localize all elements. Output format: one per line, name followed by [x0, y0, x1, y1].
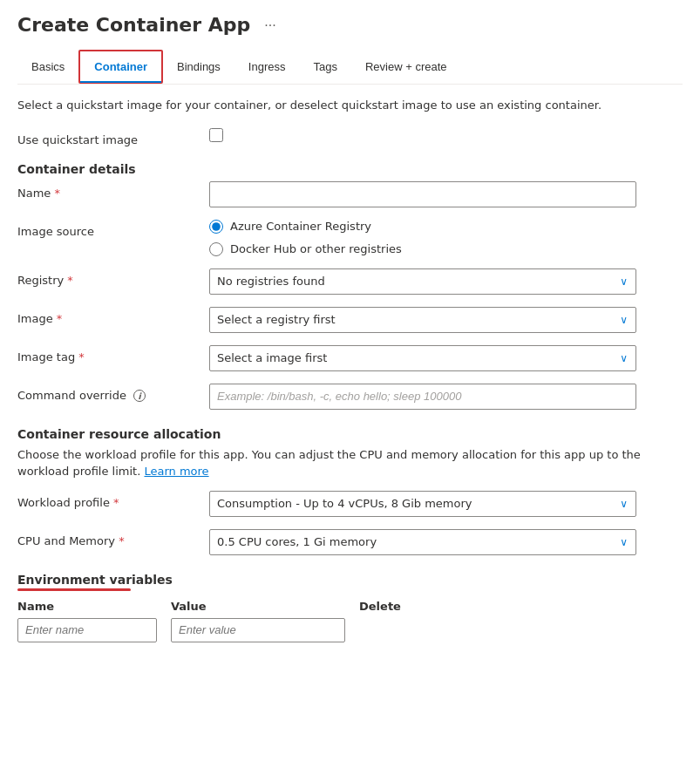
- quickstart-label: Use quickstart image: [17, 128, 209, 146]
- registry-select[interactable]: No registries found ∨: [209, 268, 636, 295]
- page-title: Create Container App: [17, 14, 250, 36]
- tab-container[interactable]: Container: [78, 50, 163, 84]
- name-label: Name *: [17, 181, 209, 200]
- cpu-memory-select[interactable]: 0.5 CPU cores, 1 Gi memory ∨: [209, 529, 636, 555]
- registry-value: No registries found: [217, 275, 325, 288]
- image-tag-chevron-icon: ∨: [620, 352, 628, 364]
- tab-review-create[interactable]: Review + create: [351, 50, 461, 84]
- tab-tags[interactable]: Tags: [299, 50, 350, 84]
- env-delete-column-header: Delete: [359, 600, 411, 613]
- image-label: Image *: [17, 307, 209, 325]
- docker-radio[interactable]: [209, 242, 223, 256]
- ellipsis-menu-button[interactable]: ···: [259, 16, 281, 35]
- image-source-label: Image source: [17, 220, 209, 238]
- env-variables-header: Environment variables: [17, 573, 683, 587]
- tab-bindings[interactable]: Bindings: [163, 50, 234, 84]
- name-input[interactable]: [209, 181, 636, 207]
- image-source-docker[interactable]: Docker Hub or other registries: [209, 242, 683, 256]
- docker-label: Docker Hub or other registries: [230, 242, 402, 255]
- env-table-header: Name Value Delete: [17, 600, 683, 613]
- command-override-label: Command override i: [17, 384, 209, 403]
- workload-profile-chevron-icon: ∨: [620, 498, 628, 510]
- image-tag-label: Image tag *: [17, 345, 209, 364]
- image-select[interactable]: Select a registry first ∨: [209, 307, 636, 333]
- registry-chevron-icon: ∨: [620, 275, 628, 288]
- container-details-header: Container details: [17, 162, 683, 176]
- env-name-input[interactable]: [17, 618, 157, 642]
- image-tag-value: Select a image first: [217, 351, 327, 364]
- acr-label: Azure Container Registry: [230, 220, 371, 233]
- workload-profile-select[interactable]: Consumption - Up to 4 vCPUs, 8 Gib memor…: [209, 491, 636, 517]
- tab-ingress[interactable]: Ingress: [234, 50, 300, 84]
- acr-radio[interactable]: [209, 220, 223, 234]
- image-source-acr[interactable]: Azure Container Registry: [209, 220, 683, 234]
- resource-allocation-header: Container resource allocation: [17, 427, 683, 441]
- image-source-radio-group: Azure Container Registry Docker Hub or o…: [209, 220, 683, 256]
- learn-more-link[interactable]: Learn more: [144, 465, 208, 478]
- cpu-memory-value: 0.5 CPU cores, 1 Gi memory: [217, 535, 377, 548]
- registry-label: Registry *: [17, 268, 209, 287]
- workload-profile-value: Consumption - Up to 4 vCPUs, 8 Gib memor…: [217, 497, 472, 510]
- resource-allocation-desc: Choose the workload profile for this app…: [17, 446, 683, 480]
- tab-basics[interactable]: Basics: [17, 50, 78, 84]
- image-tag-select[interactable]: Select a image first ∨: [209, 345, 636, 371]
- command-override-info-icon[interactable]: i: [133, 390, 146, 402]
- env-underline: [17, 588, 131, 591]
- env-name-column-header: Name: [17, 600, 157, 613]
- page-description: Select a quickstart image for your conta…: [17, 97, 683, 114]
- workload-profile-label: Workload profile *: [17, 491, 209, 509]
- command-override-input[interactable]: [209, 384, 636, 410]
- quickstart-checkbox[interactable]: [209, 128, 223, 142]
- image-chevron-icon: ∨: [620, 314, 628, 326]
- tab-navigation: Basics Container Bindings Ingress Tags R…: [17, 50, 683, 85]
- env-value-column-header: Value: [171, 600, 345, 613]
- env-variables-section: Environment variables Name Value Delete: [17, 573, 683, 642]
- env-table-row: [17, 618, 683, 642]
- image-value: Select a registry first: [217, 313, 336, 326]
- cpu-memory-chevron-icon: ∨: [620, 536, 628, 548]
- cpu-memory-label: CPU and Memory *: [17, 529, 209, 547]
- env-value-input[interactable]: [171, 618, 345, 642]
